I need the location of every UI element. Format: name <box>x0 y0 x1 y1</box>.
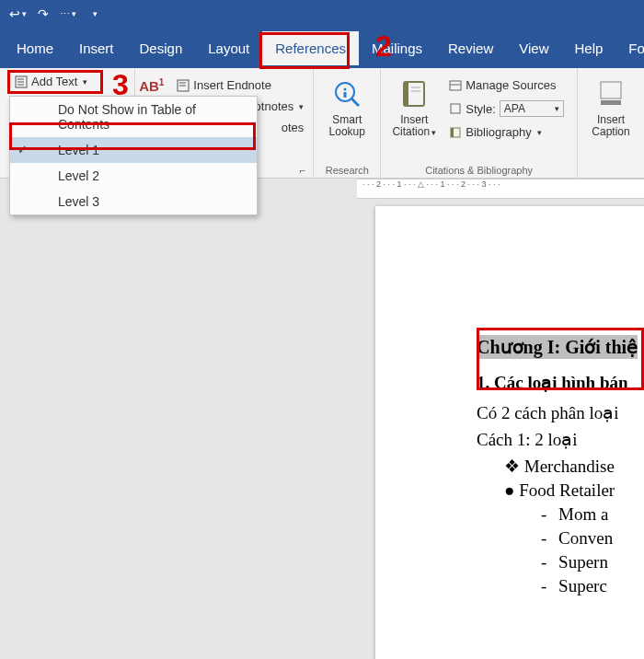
svg-rect-16 <box>601 82 621 98</box>
doc-sublist: Mom a Conven Supern Superc <box>541 504 644 596</box>
otnotes-label: otnotes <box>255 99 294 113</box>
research-group-label: Research <box>317 163 376 176</box>
tab-home[interactable]: Home <box>4 31 66 65</box>
tab-design[interactable]: Design <box>127 31 196 65</box>
next-footnote-button[interactable]: otnotes▾ <box>249 97 310 116</box>
list-item: Conven <box>541 528 644 549</box>
add-text-icon <box>15 75 28 88</box>
manage-sources-label: Manage Sources <box>466 78 556 92</box>
tab-insert[interactable]: Insert <box>66 31 127 65</box>
svg-rect-8 <box>404 82 408 106</box>
insert-citation-label: Insert Citation▾ <box>392 114 436 138</box>
horizontal-ruler[interactable]: · · · 2 · · · 1 · · · △ · · · 1 · · · 2 … <box>357 179 644 199</box>
menu-do-not-show[interactable]: Do Not Show in Table of Contents <box>10 97 257 137</box>
group-citations: Insert Citation▾ Manage Sources Style: A… <box>381 68 578 178</box>
insert-endnote-button[interactable]: Insert Endnote <box>171 75 277 95</box>
add-text-label: Add Text <box>31 75 77 88</box>
citations-group-label: Citations & Bibliography <box>385 163 573 176</box>
smart-lookup-button[interactable]: Smart Lookup <box>317 72 376 138</box>
menu-level-3[interactable]: Level 3 <box>10 189 257 214</box>
insert-caption-button[interactable]: Insert Caption <box>581 72 640 138</box>
insert-endnote-label: Insert Endnote <box>193 78 271 92</box>
style-icon <box>449 102 462 115</box>
quick-access-toolbar: ↩▾ ↷ ⋯▾ ▾ <box>0 0 644 28</box>
document-area: · · · 2 · · · 1 · · · △ · · · 1 · · · 2 … <box>0 179 644 657</box>
redo-button[interactable]: ↷ <box>38 6 49 21</box>
group-captions: Insert Caption <box>578 68 644 178</box>
show-notes-button[interactable]: otes <box>276 118 310 137</box>
doc-list: Merchandise Food Retailer <box>504 456 644 501</box>
list-item: Superc <box>541 576 644 596</box>
svg-rect-15 <box>451 128 454 137</box>
add-text-dropdown: Do Not Show in Table of Contents ✓ Level… <box>9 96 258 215</box>
tab-view[interactable]: View <box>506 31 561 65</box>
svg-point-5 <box>344 88 347 91</box>
bibliography-label: Bibliography <box>466 125 532 139</box>
style-select[interactable]: APA▾ <box>500 100 564 117</box>
bibliography-icon <box>449 126 462 139</box>
doc-heading-selected[interactable]: Chương I: Giới thiệ <box>477 335 638 359</box>
menu-level-1[interactable]: ✓ Level 1 <box>10 137 257 163</box>
insert-caption-label: Insert Caption <box>592 114 629 138</box>
otes-label: otes <box>282 121 305 134</box>
list-item: Mom a <box>541 504 644 525</box>
menu-level-2[interactable]: Level 2 <box>10 163 257 189</box>
manage-sources-icon <box>449 79 462 92</box>
captions-group-label <box>581 163 640 176</box>
chevron-down-icon: ▾ <box>83 77 87 87</box>
tab-references[interactable]: References <box>262 31 359 65</box>
list-item: Merchandise <box>504 456 644 477</box>
svg-rect-6 <box>344 92 347 98</box>
tab-help[interactable]: Help <box>561 31 615 65</box>
tab-mailings[interactable]: Mailings <box>359 31 435 65</box>
menu-level-1-label: Level 1 <box>58 143 99 157</box>
bibliography-button[interactable]: Bibliography▾ <box>443 122 569 142</box>
ribbon-tabs: Home Insert Design Layout References Mai… <box>0 28 644 68</box>
doc-para-1: Có 2 cách phân loại <box>477 402 644 423</box>
footnote-ab-icon: AB1 <box>139 77 164 94</box>
citation-icon <box>398 75 430 112</box>
caption-icon <box>595 75 627 112</box>
tab-foxit[interactable]: Foxit <box>615 31 644 65</box>
svg-line-4 <box>351 98 359 106</box>
qat-more[interactable]: ⋯▾ <box>60 8 76 20</box>
insert-citation-button[interactable]: Insert Citation▾ <box>385 72 443 138</box>
add-text-wrap: Add Text ▾ <box>9 72 93 91</box>
qat-customize[interactable]: ▾ <box>93 9 98 18</box>
tab-review[interactable]: Review <box>435 31 506 65</box>
list-item: Food Retailer <box>504 480 644 501</box>
style-value: APA <box>504 102 525 115</box>
tab-layout[interactable]: Layout <box>195 31 262 65</box>
style-select-row: Style: APA▾ <box>443 98 569 120</box>
smart-lookup-label: Smart Lookup <box>329 114 365 138</box>
svg-rect-13 <box>451 104 460 113</box>
document-page[interactable]: Chương I: Giới thiệ 1. Các loại hình bán… <box>375 206 644 659</box>
smart-lookup-icon <box>331 75 362 112</box>
manage-sources-button[interactable]: Manage Sources <box>443 75 569 95</box>
list-item: Supern <box>541 552 644 572</box>
svg-rect-17 <box>601 100 621 105</box>
svg-rect-11 <box>450 81 461 90</box>
doc-subheading: 1. Các loại hình bán <box>477 372 644 393</box>
undo-button[interactable]: ↩▾ <box>9 6 27 21</box>
group-research: Smart Lookup Research <box>314 68 381 178</box>
endnote-icon <box>177 79 190 92</box>
add-text-button[interactable]: Add Text ▾ <box>9 72 93 91</box>
check-icon: ✓ <box>17 143 28 156</box>
doc-para-2: Cách 1: 2 loại <box>477 429 644 450</box>
style-label: Style: <box>466 102 496 116</box>
